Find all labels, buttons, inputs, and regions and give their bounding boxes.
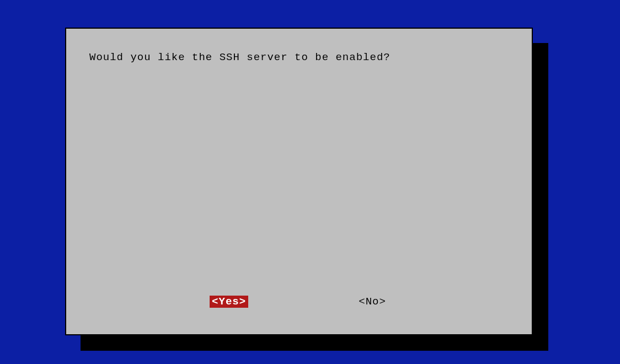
dialog-prompt: Would you like the SSH server to be enab…	[89, 50, 509, 66]
dialog-spacer	[89, 66, 509, 296]
dialog-box: Would you like the SSH server to be enab…	[65, 28, 533, 335]
yes-button[interactable]: <Yes>	[210, 296, 248, 308]
no-button[interactable]: <No>	[356, 296, 388, 308]
dialog-buttons: <Yes> <No>	[89, 296, 509, 318]
